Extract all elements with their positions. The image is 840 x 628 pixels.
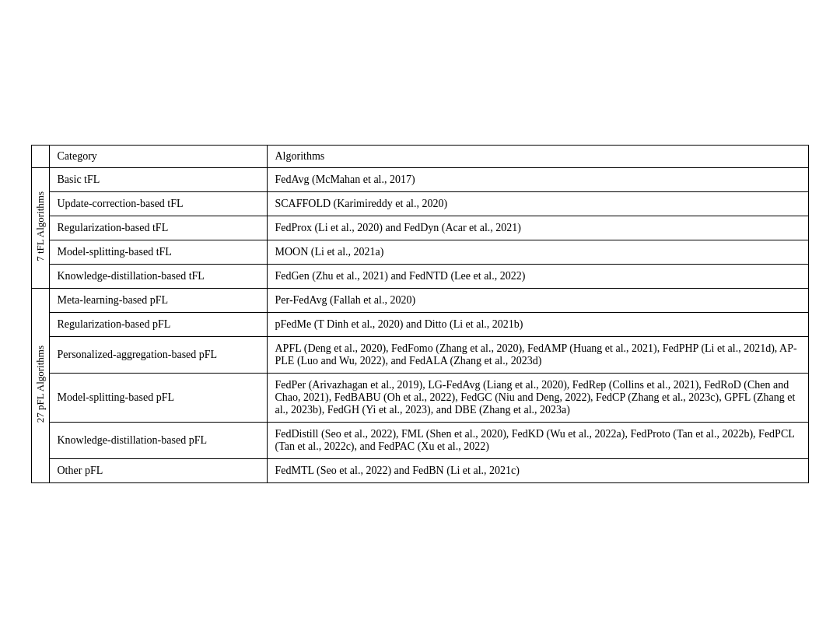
table-row: Model-splitting-based pFLFedPer (Arivazh… — [32, 374, 808, 423]
table-row: 7 tFL AlgorithmsBasic tFLFedAvg (McMahan… — [32, 168, 808, 192]
algorithm-cell: APFL (Deng et al., 2020), FedFomo (Zhang… — [267, 337, 808, 374]
pfl-group-label: 27 pFL Algorithms — [32, 289, 49, 483]
table-row: Knowledge-distillation-based tFLFedGen (… — [32, 265, 808, 289]
algorithm-cell: Per-FedAvg (Fallah et al., 2020) — [267, 289, 808, 313]
table-row: Regularization-based tFLFedProx (Li et a… — [32, 216, 808, 240]
category-cell: Model-splitting-based pFL — [49, 374, 267, 423]
algorithm-cell: FedDistill (Seo et al., 2022), FML (Shen… — [267, 423, 808, 459]
algorithm-cell: MOON (Li et al., 2021a) — [267, 240, 808, 265]
category-cell: Meta-learning-based pFL — [49, 289, 267, 313]
tfl-group-label: 7 tFL Algorithms — [32, 168, 49, 289]
algorithm-cell: FedPer (Arivazhagan et al., 2019), LG-Fe… — [267, 374, 808, 423]
main-table-wrapper: Category Algorithms 7 tFL AlgorithmsBasi… — [31, 145, 809, 483]
category-cell: Personalized-aggregation-based pFL — [49, 337, 267, 374]
table-header: Category Algorithms — [32, 146, 808, 168]
algorithm-cell: pFedMe (T Dinh et al., 2020) and Ditto (… — [267, 313, 808, 337]
table-row: Update-correction-based tFLSCAFFOLD (Kar… — [32, 192, 808, 216]
algorithm-cell: FedMTL (Seo et al., 2022) and FedBN (Li … — [267, 459, 808, 483]
table-row: Other pFLFedMTL (Seo et al., 2022) and F… — [32, 459, 808, 483]
table-row: 27 pFL AlgorithmsMeta-learning-based pFL… — [32, 289, 808, 313]
header-col-label — [32, 146, 49, 168]
algorithm-cell: FedGen (Zhu et al., 2021) and FedNTD (Le… — [267, 265, 808, 289]
algorithm-cell: FedAvg (McMahan et al., 2017) — [267, 168, 808, 192]
category-cell: Model-splitting-based tFL — [49, 240, 267, 265]
header-algorithms: Algorithms — [267, 146, 808, 168]
table-row: Regularization-based pFLpFedMe (T Dinh e… — [32, 313, 808, 337]
algorithm-cell: FedProx (Li et al., 2020) and FedDyn (Ac… — [267, 216, 808, 240]
category-cell: Update-correction-based tFL — [49, 192, 267, 216]
category-cell: Basic tFL — [49, 168, 267, 192]
category-cell: Regularization-based tFL — [49, 216, 267, 240]
category-cell: Knowledge-distillation-based pFL — [49, 423, 267, 459]
header-category: Category — [49, 146, 267, 168]
table-row: Knowledge-distillation-based pFLFedDisti… — [32, 423, 808, 459]
category-cell: Regularization-based pFL — [49, 313, 267, 337]
category-cell: Other pFL — [49, 459, 267, 483]
algorithm-cell: SCAFFOLD (Karimireddy et al., 2020) — [267, 192, 808, 216]
table-row: Model-splitting-based tFLMOON (Li et al.… — [32, 240, 808, 265]
category-cell: Knowledge-distillation-based tFL — [49, 265, 267, 289]
table-row: Personalized-aggregation-based pFLAPFL (… — [32, 337, 808, 374]
